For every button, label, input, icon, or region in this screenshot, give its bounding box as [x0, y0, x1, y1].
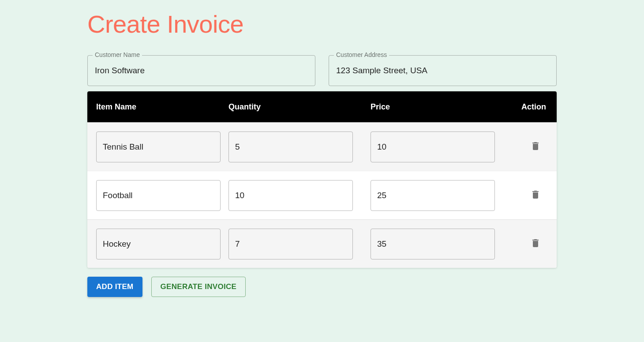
trash-icon	[530, 189, 541, 200]
table-row	[87, 219, 557, 268]
add-item-button[interactable]: Add Item	[87, 277, 142, 297]
items-table: Item Name Quantity Price Action	[87, 91, 557, 268]
quantity-input[interactable]	[228, 132, 353, 162]
page-title: Create Invoice	[87, 10, 557, 38]
price-input[interactable]	[371, 132, 495, 162]
item-name-input[interactable]	[96, 229, 221, 259]
trash-icon	[530, 141, 541, 151]
delete-row-button[interactable]	[528, 235, 543, 252]
customer-name-label: Customer Name	[93, 51, 142, 58]
customer-address-field: Customer Address	[329, 55, 557, 86]
customer-name-field: Customer Name	[87, 55, 315, 86]
header-item: Item Name	[87, 102, 228, 112]
header-quantity: Quantity	[228, 102, 371, 112]
customer-address-label: Customer Address	[334, 51, 389, 58]
customer-name-input[interactable]	[87, 55, 315, 86]
table-row	[87, 122, 557, 171]
price-input[interactable]	[371, 180, 495, 211]
table-header-row: Item Name Quantity Price Action	[87, 91, 557, 122]
customer-address-input[interactable]	[329, 55, 557, 86]
header-price: Price	[371, 102, 513, 112]
quantity-input[interactable]	[228, 229, 353, 259]
delete-row-button[interactable]	[528, 138, 543, 155]
header-action: Action	[513, 102, 557, 112]
trash-icon	[530, 238, 541, 248]
item-name-input[interactable]	[96, 180, 221, 211]
quantity-input[interactable]	[228, 180, 353, 211]
item-name-input[interactable]	[96, 132, 221, 162]
delete-row-button[interactable]	[528, 187, 543, 204]
generate-invoice-button[interactable]: Generate Invoice	[151, 277, 246, 297]
price-input[interactable]	[371, 229, 495, 259]
table-row	[87, 171, 557, 219]
